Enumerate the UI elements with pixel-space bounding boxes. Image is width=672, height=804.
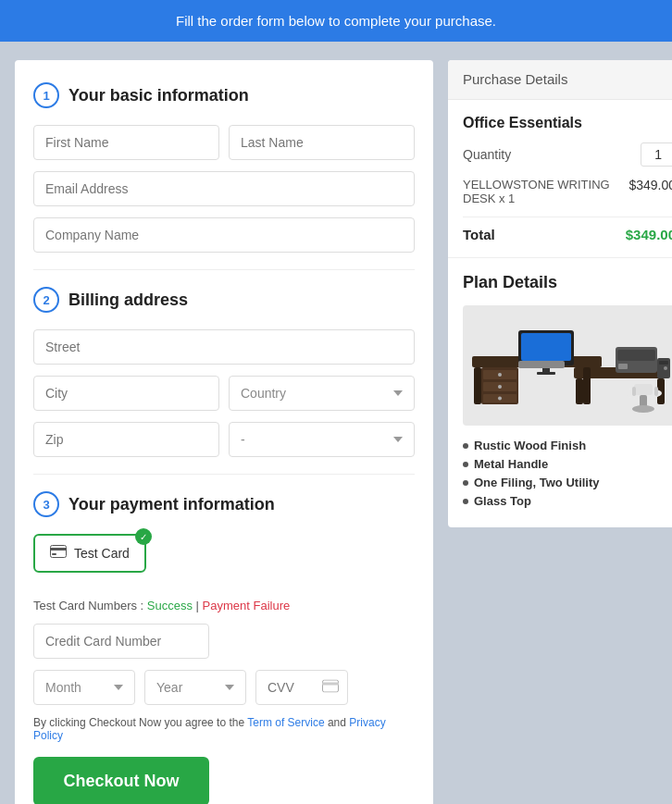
street-row bbox=[33, 329, 415, 365]
product-name: Office Essentials bbox=[463, 115, 672, 131]
company-input[interactable] bbox=[33, 217, 415, 253]
svg-rect-4 bbox=[322, 683, 339, 686]
svg-rect-7 bbox=[474, 367, 481, 404]
card-button-wrapper: ✓ Test Card bbox=[33, 534, 415, 586]
pipe-separator: | bbox=[196, 599, 203, 612]
item-name: YELLOWSTONE WRITING DESK x 1 bbox=[463, 178, 611, 205]
divider2 bbox=[33, 474, 415, 475]
feature-item: Metal Handle bbox=[463, 457, 672, 471]
svg-point-29 bbox=[632, 405, 654, 413]
section2-header: 2 Billing address bbox=[33, 287, 415, 313]
right-panel: Purchase Details Office Essentials Quant… bbox=[448, 60, 672, 527]
section3-header: 3 Your payment information bbox=[33, 491, 415, 517]
svg-rect-19 bbox=[521, 333, 571, 361]
zip-state-row: - bbox=[33, 422, 415, 457]
total-row: Total $349.00 bbox=[463, 216, 672, 242]
purchase-body: Office Essentials Quantity 1 YELLOWSTONE… bbox=[448, 100, 672, 257]
feature-text: Metal Handle bbox=[474, 457, 548, 471]
svg-rect-22 bbox=[518, 361, 565, 368]
checkout-button[interactable]: Checkout Now bbox=[33, 757, 209, 804]
test-card-label: Test Card Numbers : bbox=[33, 599, 143, 612]
city-country-row: Country bbox=[33, 376, 415, 411]
svg-rect-3 bbox=[323, 680, 339, 692]
feature-bullet bbox=[463, 499, 468, 504]
svg-rect-9 bbox=[576, 378, 583, 404]
terms-prefix: By clicking Checkout Now you agree to th… bbox=[33, 716, 247, 729]
test-card-info: Test Card Numbers : Success | Payment Fa… bbox=[33, 599, 415, 612]
svg-rect-0 bbox=[51, 546, 67, 558]
email-input[interactable] bbox=[33, 171, 415, 206]
feature-bullet bbox=[463, 443, 468, 449]
step3-circle: 3 bbox=[33, 491, 59, 517]
quantity-label: Quantity bbox=[463, 147, 511, 162]
svg-rect-30 bbox=[632, 387, 636, 396]
svg-rect-21 bbox=[537, 372, 555, 375]
top-banner: Fill the order form below to complete yo… bbox=[0, 0, 672, 42]
feature-item: One Filing, Two Utility bbox=[463, 476, 672, 489]
svg-rect-1 bbox=[50, 548, 67, 550]
plan-section: Plan Details bbox=[448, 257, 672, 527]
section3-title: Your payment information bbox=[68, 495, 275, 514]
left-panel: 1 Your basic information 2 Billing a bbox=[15, 60, 433, 804]
plan-title: Plan Details bbox=[463, 273, 672, 292]
item-row: YELLOWSTONE WRITING DESK x 1 $349.00 bbox=[463, 178, 672, 205]
year-select[interactable]: Year 202420252026 2027202820292030 bbox=[144, 670, 246, 705]
total-label: Total bbox=[463, 227, 495, 242]
month-select[interactable]: Month 01020304 05060708 09101112 bbox=[33, 670, 135, 705]
section1-title: Your basic information bbox=[68, 86, 249, 105]
svg-rect-2 bbox=[52, 553, 56, 555]
country-select[interactable]: Country bbox=[229, 376, 415, 411]
purchase-header: Purchase Details bbox=[448, 60, 672, 100]
street-input[interactable] bbox=[33, 329, 415, 365]
total-price: $349.00 bbox=[626, 227, 672, 242]
cc-number-input[interactable] bbox=[33, 624, 209, 659]
features-list: Rustic Wood FinishMetal HandleOne Filing… bbox=[463, 439, 672, 508]
feature-text: Rustic Wood Finish bbox=[474, 439, 586, 452]
step1-circle: 1 bbox=[33, 82, 59, 108]
last-name-input[interactable] bbox=[229, 125, 415, 160]
step2-circle: 2 bbox=[33, 287, 59, 313]
step3-number: 3 bbox=[43, 498, 49, 512]
terms-link[interactable]: Term of Service bbox=[247, 716, 324, 729]
city-input[interactable] bbox=[33, 376, 219, 411]
zip-input[interactable] bbox=[33, 422, 219, 457]
cvv-wrapper bbox=[255, 670, 348, 705]
cvv-card-icon bbox=[322, 680, 339, 696]
divider1 bbox=[33, 269, 415, 270]
feature-bullet bbox=[463, 462, 468, 467]
first-name-input[interactable] bbox=[33, 125, 219, 160]
name-row bbox=[33, 125, 415, 160]
page-wrapper: Fill the order form below to complete yo… bbox=[0, 0, 672, 804]
feature-text: One Filing, Two Utility bbox=[474, 476, 600, 489]
feature-bullet bbox=[463, 480, 468, 486]
terms-and: and bbox=[328, 716, 349, 729]
test-card-button[interactable]: ✓ Test Card bbox=[33, 534, 146, 573]
email-row bbox=[33, 171, 415, 206]
svg-point-15 bbox=[498, 373, 502, 377]
quantity-value: 1 bbox=[641, 142, 672, 167]
item-price: $349.00 bbox=[628, 178, 672, 205]
step1-number: 1 bbox=[43, 89, 49, 103]
svg-point-17 bbox=[498, 397, 502, 401]
section1-header: 1 Your basic information bbox=[33, 82, 415, 108]
svg-rect-8 bbox=[583, 367, 591, 404]
svg-rect-31 bbox=[654, 387, 658, 396]
cc-number-row bbox=[33, 624, 415, 659]
feature-item: Rustic Wood Finish bbox=[463, 439, 672, 452]
terms-text: By clicking Checkout Now you agree to th… bbox=[33, 716, 415, 742]
svg-rect-24 bbox=[617, 350, 655, 361]
card-check-icon: ✓ bbox=[135, 528, 152, 545]
company-row bbox=[33, 217, 415, 253]
svg-rect-27 bbox=[634, 384, 653, 395]
success-link[interactable]: Success bbox=[147, 599, 193, 612]
feature-item: Glass Top bbox=[463, 494, 672, 508]
state-select[interactable]: - bbox=[229, 422, 415, 457]
svg-rect-33 bbox=[659, 361, 668, 365]
purchase-header-title: Purchase Details bbox=[463, 71, 567, 87]
credit-card-icon bbox=[50, 545, 67, 562]
feature-text: Glass Top bbox=[474, 494, 531, 508]
step2-number: 2 bbox=[43, 293, 49, 307]
desk-image bbox=[463, 305, 672, 426]
card-button-label: Test Card bbox=[74, 546, 130, 561]
failure-link[interactable]: Payment Failure bbox=[203, 599, 291, 612]
